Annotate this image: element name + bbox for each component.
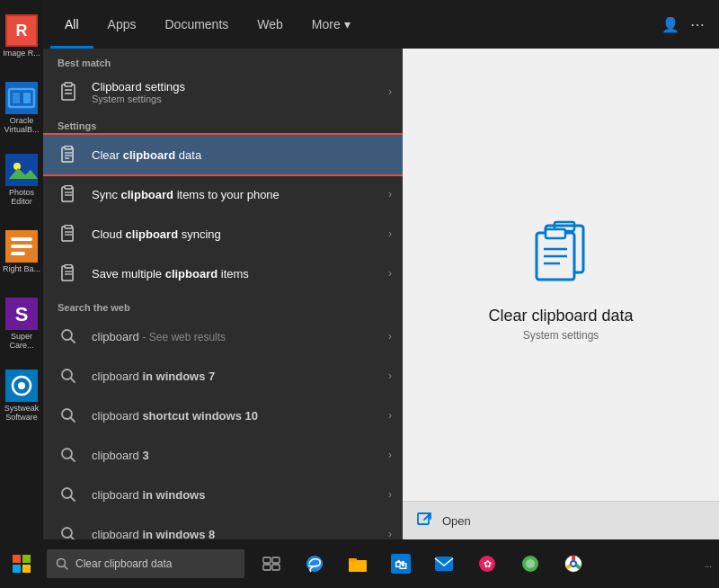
taskbar-store[interactable]: 🛍 (381, 544, 421, 584)
photos-icon (5, 154, 38, 186)
clipboard-settings-title: Clipboard settings (92, 80, 388, 94)
sidebar-app-supercare[interactable]: S Super Care... (0, 288, 43, 360)
clipboard-settings-text: Clipboard settings System settings (92, 80, 388, 104)
results-panel: Best match Clipboard settings System set… (43, 49, 403, 539)
save-clipboard-text: Save multiple clipboard items (92, 267, 388, 281)
taskbar-chrome[interactable] (554, 544, 593, 584)
svg-rect-34 (65, 226, 72, 229)
open-icon (417, 511, 433, 530)
svg-point-79 (526, 559, 535, 568)
web-clipboard-win-title: clipboard in windows (92, 488, 388, 502)
sidebar-app-systweak[interactable]: Systweak Software (0, 360, 43, 432)
result-save-clipboard[interactable]: Save multiple clipboard items › (43, 254, 403, 293)
sidebar-app-virtualbox[interactable]: Oracle VirtualB... (0, 72, 43, 144)
taskbar-search-box[interactable]: Clear clipboard data (47, 549, 244, 578)
windows-logo (13, 555, 31, 573)
result-web-clipboard-win[interactable]: clipboard in windows › (43, 475, 403, 514)
svg-text:✿: ✿ (484, 558, 492, 569)
imager-icon: R (5, 14, 38, 47)
sidebar-app-systweak-label: Systweak Software (2, 405, 41, 423)
svg-rect-7 (5, 154, 38, 186)
svg-line-63 (424, 513, 431, 520)
result-cloud-clipboard[interactable]: Cloud clipboard syncing › (43, 214, 403, 254)
taskbar-app6[interactable]: ✿ (467, 544, 507, 584)
sidebar-app-photos-label: Photos Editor (2, 189, 41, 207)
sync-clipboard-title: Sync clipboard items to your phone (92, 188, 388, 201)
result-web-clipboard3[interactable]: clipboard 3 › (43, 435, 403, 475)
sync-clipboard-text: Sync clipboard items to your phone (92, 188, 388, 201)
result-clipboard-settings[interactable]: Clipboard settings System settings › (43, 72, 403, 111)
tab-documents[interactable]: Documents (150, 0, 243, 49)
tab-apps[interactable]: Apps (93, 0, 151, 49)
section-settings-header: Settings (43, 111, 403, 135)
tray-text: ... (705, 559, 712, 569)
sidebar-app-photos[interactable]: Photos Editor (0, 144, 43, 216)
sidebar-app-rightbar-label: Right Ba... (3, 265, 40, 274)
svg-rect-14 (11, 252, 25, 255)
svg-rect-6 (23, 93, 31, 103)
search-panel: All Apps Documents Web More ▾ 👤 ⋯ Best m… (43, 0, 719, 539)
web-clipboard-win8-title: clipboard in windows 8 (92, 528, 388, 540)
svg-rect-13 (11, 245, 32, 248)
svg-rect-38 (65, 265, 72, 269)
web-win7-chevron: › (388, 370, 392, 382)
svg-text:🛍: 🛍 (395, 557, 407, 572)
action-open[interactable]: Open (403, 502, 719, 539)
svg-rect-58 (546, 229, 565, 238)
chrome-icon (564, 554, 583, 574)
explorer-icon (348, 555, 368, 573)
taskbar-app7-icon (520, 554, 540, 574)
web-search-icon-2 (54, 361, 83, 390)
web-clipboard-text: clipboard - See web results (92, 330, 388, 343)
taskbar: Clear clipboard data (0, 539, 719, 588)
svg-rect-75 (435, 557, 453, 571)
taskbar-mail[interactable] (424, 544, 464, 584)
svg-point-19 (18, 382, 25, 389)
web-search-icon-4 (54, 441, 83, 469)
start-button[interactable] (0, 539, 43, 588)
tab-all[interactable]: All (50, 0, 93, 49)
web-clipboard3-text: clipboard 3 (92, 449, 388, 462)
taskbar-task-view[interactable] (252, 544, 291, 584)
svg-rect-72 (349, 558, 357, 562)
tab-more[interactable]: More ▾ (297, 0, 365, 49)
result-clear-clipboard[interactable]: Clear clipboard data (43, 135, 403, 174)
ellipsis-icon[interactable]: ⋯ (690, 16, 705, 33)
web-clipboard-win7-text: clipboard in windows 7 (92, 370, 388, 383)
content-area: Best match Clipboard settings System set… (43, 49, 719, 539)
cloud-clipboard-title: Cloud clipboard syncing (92, 227, 388, 241)
web-search-icon-6 (54, 520, 83, 539)
result-web-clipboard-win7[interactable]: clipboard in windows 7 › (43, 356, 403, 396)
sidebar-app-supercare-label: Super Care... (2, 333, 41, 351)
taskbar-edge[interactable] (295, 544, 334, 584)
tab-web[interactable]: Web (243, 0, 297, 49)
result-web-clipboard[interactable]: clipboard - See web results › (43, 316, 403, 356)
systweak-icon (5, 370, 38, 402)
result-web-clipboard-win8[interactable]: clipboard in windows 8 › (43, 514, 403, 539)
detail-subtitle: System settings (523, 329, 599, 342)
web-win8-chevron: › (388, 528, 392, 539)
save-clipboard-icon (54, 259, 83, 288)
web-search-icon-5 (54, 480, 83, 509)
svg-rect-68 (263, 565, 271, 570)
save-clipboard-title: Save multiple clipboard items (92, 267, 388, 281)
detail-top: Clear clipboard data System settings (403, 49, 719, 501)
web-clipboard-win8-text: clipboard in windows 8 (92, 528, 388, 540)
result-web-shortcut-win10[interactable]: clipboard shortcut windows 10 › (43, 396, 403, 435)
web-clipboard-title: clipboard - See web results (92, 330, 388, 343)
taskbar-explorer[interactable] (338, 544, 377, 584)
result-sync-clipboard[interactable]: Sync clipboard items to your phone › (43, 174, 403, 214)
web-search-icon-3 (54, 401, 83, 430)
svg-rect-5 (13, 93, 20, 103)
taskbar-app6-icon: ✿ (477, 554, 497, 574)
web-clipboard-chevron: › (388, 330, 392, 343)
person-icon[interactable]: 👤 (661, 16, 679, 33)
svg-rect-62 (418, 513, 429, 524)
taskbar-app7[interactable] (510, 544, 550, 584)
sidebar-app-imager-label: Image R... (3, 49, 40, 58)
svg-line-65 (65, 566, 68, 570)
sidebar-app-imager[interactable]: R Image R... (0, 0, 43, 72)
web-search-icon (54, 322, 83, 351)
sidebar-app-rightbar[interactable]: Right Ba... (0, 216, 43, 288)
svg-line-44 (71, 379, 75, 383)
